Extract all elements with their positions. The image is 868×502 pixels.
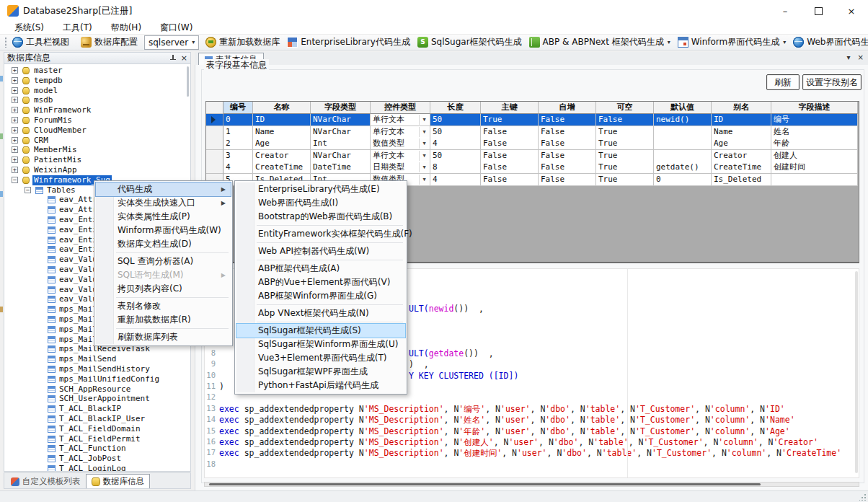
refresh-button[interactable]: 刷新 [766, 74, 800, 90]
grid-cell[interactable]: DateTime [311, 162, 371, 174]
grid-cell[interactable]: 姓名 [771, 126, 858, 138]
grid-cell[interactable]: False [596, 114, 654, 126]
row-header[interactable] [206, 114, 223, 126]
tab-list-dropdown-icon[interactable]: ▾ [847, 53, 851, 61]
toolbar-view-button[interactable]: 工具栏视图 [9, 35, 73, 50]
context-menu-item[interactable]: 代码生成▶ [96, 182, 231, 196]
tree-item[interactable]: +ForumMis [4, 115, 190, 126]
tab-close-icon[interactable]: × [858, 53, 864, 61]
grid-cell[interactable]: False [481, 138, 539, 150]
grid-cell[interactable] [654, 126, 712, 138]
tree-item[interactable]: T_ACL_Function [4, 444, 190, 454]
grid-cell[interactable] [654, 150, 712, 162]
minimize-button[interactable]: – [769, 0, 802, 22]
grid-cell[interactable]: False [539, 114, 596, 126]
grid-cell[interactable]: 创建人 [771, 150, 858, 162]
expand-icon[interactable]: + [12, 146, 18, 153]
collapse-icon[interactable]: − [12, 177, 18, 183]
tree-item[interactable]: mps_MailSendHistory [4, 364, 190, 374]
tree-item[interactable]: +PatientMis [4, 155, 190, 165]
grid-cell[interactable]: True [596, 174, 654, 186]
tree-item[interactable]: +tempdb [4, 76, 190, 86]
dock-tab-template-list[interactable]: 自定义模板列表 [6, 475, 86, 488]
grid-cell[interactable]: 4 [223, 162, 253, 174]
column-header[interactable]: 字段类型 [311, 102, 371, 114]
winform-ui-codegen-button[interactable]: Winform界面代码生成▾ [674, 35, 790, 50]
menu-item[interactable]: 帮助(H) [111, 22, 141, 34]
context-menu-item[interactable]: 实体类属性生成(P) [96, 210, 231, 224]
column-header[interactable]: 编号 [223, 102, 253, 114]
grid-cell[interactable]: 4 [430, 174, 481, 186]
expand-icon[interactable]: + [12, 77, 18, 84]
grid-cell[interactable]: newid() [654, 114, 712, 126]
grid-cell[interactable]: getdate() [654, 162, 712, 174]
grid-cell[interactable]: 日期类型▼ [371, 162, 430, 174]
grid-cell[interactable]: 4 [430, 138, 481, 150]
row-header[interactable] [206, 138, 223, 150]
column-header[interactable]: 默认值 [654, 102, 712, 114]
grid-cell[interactable]: Age [253, 138, 311, 150]
context-menu-item[interactable]: 拷贝列表内容(C) [96, 282, 231, 296]
tree-item[interactable]: +CRM [4, 136, 190, 146]
tree-item[interactable]: SCH_AppResource [4, 384, 190, 395]
tree-item[interactable]: T_ACL_BlackIP [4, 404, 190, 414]
grid-cell[interactable]: 编号 [771, 114, 858, 126]
grid-cell[interactable]: 2 [223, 138, 253, 150]
pin-icon[interactable] [169, 54, 177, 62]
submenu-item[interactable]: SqlSugar框架代码生成(S) [236, 324, 405, 338]
grid-cell[interactable]: 0 [223, 114, 253, 126]
combo-dropdown-icon[interactable]: ▼ [419, 115, 429, 125]
grid-cell[interactable]: False [539, 150, 596, 162]
close-icon[interactable]: × [181, 53, 187, 63]
tree-item[interactable]: +master [4, 66, 190, 76]
grid-cell[interactable]: Creator [712, 150, 771, 162]
submenu-item[interactable]: SqlSugar框架WPF界面生成 [236, 365, 405, 379]
scrollbar-thumb[interactable] [209, 483, 761, 485]
tree-item[interactable]: mps_MailSend [4, 354, 190, 364]
tree-item[interactable]: T_ACL_FieldDomain [4, 424, 190, 434]
grid-cell[interactable]: Age [712, 138, 771, 150]
expand-icon[interactable]: + [12, 167, 18, 173]
collapse-icon[interactable]: − [25, 187, 31, 193]
combo-dropdown-icon[interactable]: ▼ [419, 151, 429, 161]
grid-cell[interactable]: 年龄 [771, 138, 858, 150]
expand-icon[interactable]: + [12, 87, 18, 94]
grid-cell[interactable]: 8 [430, 162, 481, 174]
combo-dropdown-icon[interactable]: ▼ [419, 127, 429, 137]
expand-icon[interactable]: + [12, 97, 18, 103]
grid-cell[interactable]: False [539, 138, 596, 150]
combo-dropdown-icon[interactable]: ▼ [419, 162, 429, 172]
enterpriselibrary-codegen-button[interactable]: EnterpriseLibrary代码生成 [283, 35, 414, 50]
menu-item[interactable]: 系统(S) [14, 22, 44, 34]
context-menu-item[interactable]: 实体类生成快速入口▶ [96, 196, 231, 210]
expand-icon[interactable]: + [12, 107, 18, 113]
grid-cell[interactable]: NVarChar [311, 126, 371, 138]
grid-cell[interactable]: 50 [430, 126, 481, 138]
set-field-alias-button[interactable]: 设置字段别名 [802, 74, 862, 90]
grid-cell[interactable]: ID [712, 114, 771, 126]
tree-item[interactable]: SCH_UserAppointment [4, 394, 190, 404]
grid-cell[interactable]: False [481, 150, 539, 162]
tree-item[interactable]: +CloudMember [4, 126, 190, 136]
grid-cell[interactable]: 单行文本▼ [371, 150, 430, 162]
column-header[interactable]: 可空 [596, 102, 654, 114]
context-menu-item[interactable]: 刷新数据库列表 [96, 330, 231, 344]
tree-item[interactable]: T_ACL_BlackIP_User [4, 414, 190, 424]
grid-cell[interactable]: Int [311, 138, 371, 150]
grid-cell[interactable]: NVarChar [311, 150, 371, 162]
context-menu-item[interactable]: 数据库文档生成(D) [96, 237, 231, 251]
expand-icon[interactable]: + [12, 137, 18, 144]
grid-cell[interactable]: 单行文本▼ [371, 114, 430, 126]
grid-cell[interactable]: 数值类型▼ [371, 138, 430, 150]
menu-item[interactable]: 窗口(W) [160, 22, 192, 34]
grid-cell[interactable] [771, 174, 858, 186]
resize-grip[interactable] [859, 494, 866, 501]
grid-cell[interactable]: True [596, 126, 654, 138]
grid-cell[interactable]: False [481, 174, 539, 186]
context-menu-item[interactable]: SQL语句生成(M)▶ [96, 268, 231, 282]
row-header[interactable] [206, 102, 223, 114]
db-config-button[interactable]: 数据库配置 [77, 35, 141, 50]
abp-codegen-button[interactable]: ABP & ABPNext 框架代码生成▾ [526, 35, 674, 50]
submenu-item[interactable]: Bootstrap的Web界面代码生成(B) [236, 210, 405, 224]
grid-cell[interactable]: 0 [654, 174, 712, 186]
